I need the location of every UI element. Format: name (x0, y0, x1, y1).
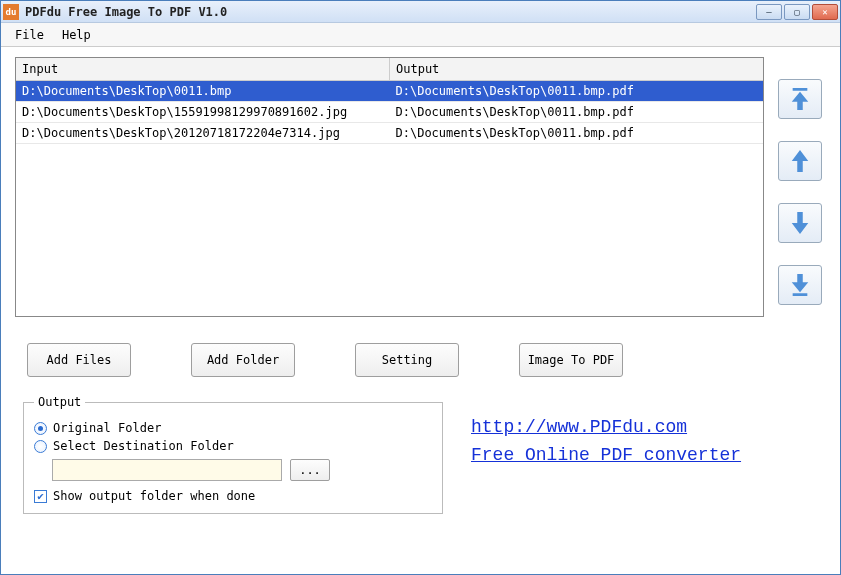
site-link[interactable]: http://www.PDFdu.com (471, 417, 741, 437)
reorder-buttons (774, 57, 826, 317)
minimize-button[interactable]: — (756, 4, 782, 20)
image-to-pdf-button[interactable]: Image To PDF (519, 343, 623, 377)
svg-rect-5 (793, 293, 808, 296)
svg-marker-2 (792, 150, 809, 172)
col-header-output[interactable]: Output (390, 58, 764, 80)
svg-rect-0 (793, 88, 808, 91)
move-down-button[interactable] (778, 203, 822, 243)
window-title: PDFdu Free Image To PDF V1.0 (25, 5, 756, 19)
action-row: Add Files Add Folder Setting Image To PD… (15, 317, 826, 395)
links: http://www.PDFdu.com Free Online PDF con… (471, 395, 741, 465)
radio-select-destination[interactable] (34, 440, 47, 453)
window-controls: — ▢ ✕ (756, 4, 838, 20)
arrow-bottom-icon (789, 272, 811, 298)
close-button[interactable]: ✕ (812, 4, 838, 20)
radio-original-folder[interactable] (34, 422, 47, 435)
client-area: Input Output D:\Documents\DeskTop\0011.b… (1, 47, 840, 574)
table-row[interactable]: D:\Documents\DeskTop\20120718172204e7314… (16, 122, 763, 143)
main-row: Input Output D:\Documents\DeskTop\0011.b… (15, 57, 826, 317)
file-table[interactable]: Input Output D:\Documents\DeskTop\0011.b… (15, 57, 764, 317)
output-group: Output Original Folder Select Destinatio… (23, 395, 443, 514)
tagline-link[interactable]: Free Online PDF converter (471, 445, 741, 465)
table-row[interactable]: D:\Documents\DeskTop\0011.bmpD:\Document… (16, 80, 763, 101)
col-header-input[interactable]: Input (16, 58, 390, 80)
output-legend: Output (34, 395, 85, 409)
move-up-button[interactable] (778, 141, 822, 181)
menu-bar: File Help (1, 23, 840, 47)
radio-original-label: Original Folder (53, 421, 161, 435)
app-window: du PDFdu Free Image To PDF V1.0 — ▢ ✕ Fi… (0, 0, 841, 575)
titlebar: du PDFdu Free Image To PDF V1.0 — ▢ ✕ (1, 1, 840, 23)
cell-output: D:\Documents\DeskTop\0011.bmp.pdf (390, 101, 764, 122)
cell-input: D:\Documents\DeskTop\1559199812997089160… (16, 101, 390, 122)
maximize-button[interactable]: ▢ (784, 4, 810, 20)
svg-marker-1 (792, 92, 809, 110)
svg-marker-3 (792, 212, 809, 234)
arrow-down-icon (789, 210, 811, 236)
destination-input[interactable] (52, 459, 282, 481)
radio-select-label: Select Destination Folder (53, 439, 234, 453)
add-folder-button[interactable]: Add Folder (191, 343, 295, 377)
cell-output: D:\Documents\DeskTop\0011.bmp.pdf (390, 122, 764, 143)
app-icon: du (3, 4, 19, 20)
show-output-folder-checkbox[interactable]: ✔ (34, 490, 47, 503)
menu-file[interactable]: File (15, 28, 44, 42)
bottom-row: Output Original Folder Select Destinatio… (15, 395, 826, 514)
cell-input: D:\Documents\DeskTop\20120718172204e7314… (16, 122, 390, 143)
table-row[interactable]: D:\Documents\DeskTop\1559199812997089160… (16, 101, 763, 122)
show-output-folder-label: Show output folder when done (53, 489, 255, 503)
svg-marker-4 (792, 274, 809, 292)
move-bottom-button[interactable] (778, 265, 822, 305)
cell-input: D:\Documents\DeskTop\0011.bmp (16, 80, 390, 101)
move-top-button[interactable] (778, 79, 822, 119)
browse-button[interactable]: ... (290, 459, 330, 481)
add-files-button[interactable]: Add Files (27, 343, 131, 377)
arrow-top-icon (789, 86, 811, 112)
cell-output: D:\Documents\DeskTop\0011.bmp.pdf (390, 80, 764, 101)
setting-button[interactable]: Setting (355, 343, 459, 377)
menu-help[interactable]: Help (62, 28, 91, 42)
arrow-up-icon (789, 148, 811, 174)
